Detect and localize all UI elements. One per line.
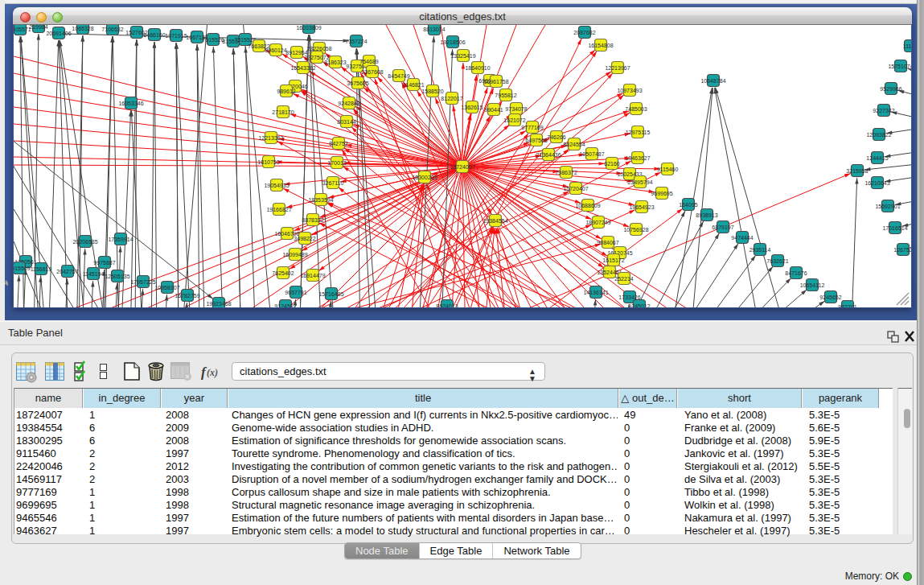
svg-text:18353594: 18353594 <box>308 197 333 203</box>
svg-text:17016514: 17016514 <box>882 225 907 231</box>
svg-text:9529966: 9529966 <box>880 86 901 92</box>
svg-text:9245652: 9245652 <box>819 295 841 300</box>
svg-text:10648784: 10648784 <box>700 78 725 84</box>
svg-text:21364436: 21364436 <box>536 152 561 158</box>
svg-text:1621072: 1621072 <box>503 117 525 123</box>
svg-text:1615172: 1615172 <box>602 257 624 263</box>
svg-text:12213967: 12213967 <box>605 65 630 71</box>
svg-text:2367608: 2367608 <box>361 69 383 75</box>
svg-text:3498222: 3498222 <box>294 236 315 241</box>
svg-text:18724007: 18724007 <box>450 164 474 170</box>
svg-text:754689: 754689 <box>359 59 378 64</box>
svg-text:9657791: 9657791 <box>285 290 306 295</box>
svg-text:126753: 126753 <box>893 247 911 253</box>
svg-text:1810753: 1810753 <box>257 159 279 165</box>
svg-text:2087682: 2087682 <box>573 30 595 35</box>
svg-text:9115460: 9115460 <box>657 167 679 172</box>
svg-text:746266: 746266 <box>547 134 565 140</box>
svg-text:987201: 987201 <box>838 304 856 308</box>
svg-text:10958107: 10958107 <box>154 285 179 290</box>
svg-text:842752: 842752 <box>329 141 347 146</box>
svg-text:12505135: 12505135 <box>105 274 129 279</box>
svg-text:8813014: 8813014 <box>423 27 445 32</box>
svg-text:10463627: 10463627 <box>625 155 650 161</box>
svg-text:989612: 989612 <box>277 89 295 94</box>
svg-text:9146821: 9146821 <box>402 82 424 88</box>
svg-text:10688609: 10688609 <box>575 203 600 208</box>
svg-text:9699695: 9699695 <box>651 191 672 196</box>
svg-text:19218506: 19218506 <box>440 39 465 45</box>
svg-text:9245012: 9245012 <box>628 303 650 308</box>
svg-text:1244415: 1244415 <box>866 155 888 161</box>
svg-text:252214: 252214 <box>614 276 633 282</box>
svg-text:16053346: 16053346 <box>118 101 143 106</box>
svg-text:9124502: 9124502 <box>274 303 296 308</box>
svg-text:19384554: 19384554 <box>483 218 507 224</box>
svg-text:8454749: 8454749 <box>388 73 409 79</box>
svg-text:219984: 219984 <box>29 25 47 30</box>
svg-text:3267110: 3267110 <box>322 180 344 186</box>
svg-text:15692901: 15692901 <box>875 204 900 209</box>
svg-text:3215958: 3215958 <box>846 168 868 174</box>
svg-text:19166827: 19166827 <box>266 207 291 212</box>
svg-text:16154808: 16154808 <box>588 43 613 48</box>
svg-text:7632621: 7632621 <box>766 258 788 264</box>
svg-text:3915509: 3915509 <box>14 266 31 271</box>
svg-text:19654923: 19654923 <box>629 204 654 210</box>
svg-text:17359914: 17359914 <box>108 237 133 242</box>
svg-text:18300295: 18300295 <box>412 175 437 180</box>
svg-text:20691406: 20691406 <box>46 31 71 36</box>
svg-text:9474444: 9474444 <box>731 235 753 241</box>
svg-text:16033809: 16033809 <box>296 25 321 31</box>
svg-text:9734078: 9734078 <box>505 106 527 112</box>
svg-text:1145194: 1145194 <box>83 271 105 277</box>
svg-text:16782759: 16782759 <box>175 293 199 299</box>
svg-text:7986372: 7986372 <box>555 170 577 175</box>
svg-text:8186323: 8186323 <box>324 60 346 65</box>
svg-text:62160: 62160 <box>604 161 620 167</box>
svg-text:2718170: 2718170 <box>272 109 294 115</box>
svg-text:23226058: 23226058 <box>306 46 331 51</box>
svg-text:10654112: 10654112 <box>800 282 825 288</box>
svg-text:8938913: 8938913 <box>696 212 717 218</box>
svg-text:170013: 170013 <box>327 160 346 166</box>
svg-text:7955812: 7955812 <box>495 93 516 98</box>
svg-text:7515526: 7515526 <box>202 37 224 43</box>
svg-text:2042757: 2042757 <box>56 269 78 274</box>
svg-text:9777169: 9777169 <box>521 125 543 130</box>
svg-text:1156819: 1156819 <box>31 266 52 272</box>
svg-text:16914479: 16914479 <box>300 273 325 278</box>
svg-text:15751074: 15751074 <box>888 64 911 69</box>
svg-text:10973493: 10973493 <box>617 88 642 93</box>
svg-text:6466160: 6466160 <box>143 32 165 38</box>
svg-text:19054935: 19054935 <box>264 183 289 188</box>
svg-text:9227342: 9227342 <box>873 108 894 113</box>
svg-text:12975115: 12975115 <box>626 130 651 135</box>
svg-text:12213363: 12213363 <box>258 135 283 141</box>
svg-text:1588520: 1588520 <box>421 89 443 94</box>
svg-text:7106532: 7106532 <box>101 27 123 32</box>
svg-text:803144: 803144 <box>337 119 355 125</box>
svg-text:16543382: 16543382 <box>290 65 315 71</box>
svg-text:16210643: 16210643 <box>864 180 889 186</box>
svg-text:19923468: 19923468 <box>206 301 231 307</box>
svg-text:2935114: 2935114 <box>749 247 771 253</box>
svg-text:990441: 990441 <box>484 107 503 113</box>
svg-text:8471676: 8471676 <box>785 270 807 276</box>
svg-text:15716485: 15716485 <box>318 291 343 297</box>
svg-text:1071915: 1071915 <box>165 33 187 39</box>
svg-text:17957225: 17957225 <box>130 279 155 285</box>
svg-text:8960124: 8960124 <box>265 47 286 53</box>
svg-text:7485003: 7485003 <box>625 106 647 112</box>
svg-text:11174: 11174 <box>903 43 911 49</box>
svg-text:7357224: 7357224 <box>345 39 367 44</box>
svg-text:6497568: 6497568 <box>525 138 547 143</box>
svg-text:23495794: 23495794 <box>627 179 652 185</box>
svg-text:12093822: 12093822 <box>866 132 891 138</box>
svg-text:8624013: 8624013 <box>436 303 458 308</box>
svg-text:1362615: 1362615 <box>461 105 483 110</box>
svg-text:8878332: 8878332 <box>302 217 323 223</box>
svg-text:7625402: 7625402 <box>272 270 294 276</box>
svg-text:9242848: 9242848 <box>338 101 359 106</box>
svg-text:9975887: 9975887 <box>93 260 115 266</box>
